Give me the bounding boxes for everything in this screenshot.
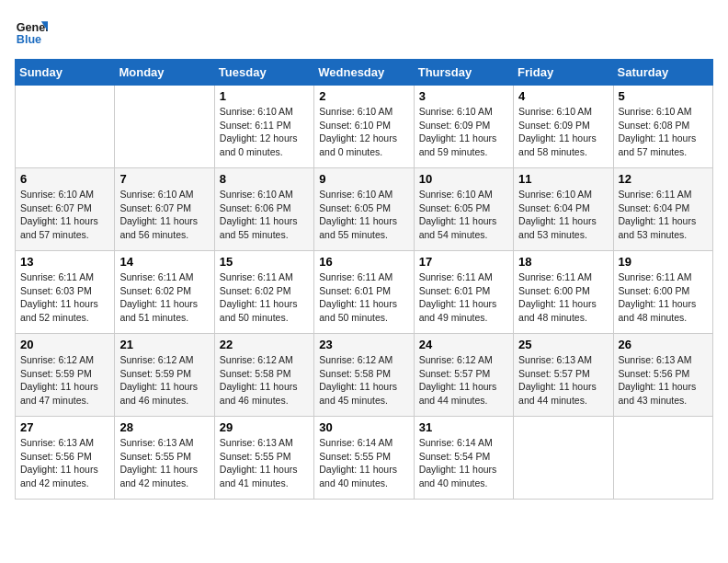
- day-header-saturday: Saturday: [613, 60, 712, 86]
- day-info: Sunrise: 6:11 AMSunset: 6:00 PMDaylight:…: [619, 270, 708, 325]
- logo-icon: General Blue: [15, 15, 48, 48]
- calendar-cell: 26Sunrise: 6:13 AMSunset: 5:56 PMDayligh…: [613, 334, 712, 417]
- day-number: 23: [319, 338, 408, 351]
- day-info: Sunrise: 6:11 AMSunset: 6:04 PMDaylight:…: [619, 188, 708, 242]
- day-number: 11: [518, 172, 608, 186]
- calendar-header-row: SundayMondayTuesdayWednesdayThursdayFrid…: [16, 60, 713, 86]
- day-number: 17: [419, 255, 508, 269]
- day-header-friday: Friday: [514, 60, 613, 86]
- calendar-cell: 17Sunrise: 6:11 AMSunset: 6:01 PMDayligh…: [414, 251, 513, 334]
- day-number: 10: [419, 172, 508, 186]
- day-header-thursday: Thursday: [414, 60, 513, 86]
- logo: General Blue: [15, 15, 48, 48]
- calendar-cell: [16, 86, 115, 168]
- calendar-cell: 5Sunrise: 6:10 AMSunset: 6:08 PMDaylight…: [613, 86, 712, 168]
- calendar-cell: 27Sunrise: 6:13 AMSunset: 5:56 PMDayligh…: [16, 417, 115, 500]
- calendar-cell: 6Sunrise: 6:10 AMSunset: 6:07 PMDaylight…: [16, 168, 115, 251]
- day-info: Sunrise: 6:11 AMSunset: 6:02 PMDaylight:…: [119, 270, 209, 325]
- day-info: Sunrise: 6:11 AMSunset: 6:03 PMDaylight:…: [20, 270, 109, 325]
- day-header-wednesday: Wednesday: [314, 60, 414, 86]
- day-number: 28: [119, 420, 209, 434]
- day-number: 24: [419, 338, 508, 351]
- day-number: 5: [619, 89, 708, 103]
- calendar-cell: 30Sunrise: 6:14 AMSunset: 5:55 PMDayligh…: [314, 417, 414, 500]
- day-info: Sunrise: 6:12 AMSunset: 5:58 PMDaylight:…: [220, 353, 309, 408]
- day-info: Sunrise: 6:10 AMSunset: 6:08 PMDaylight:…: [619, 105, 708, 159]
- day-number: 22: [220, 338, 309, 351]
- day-number: 20: [20, 338, 109, 351]
- calendar-cell: 20Sunrise: 6:12 AMSunset: 5:59 PMDayligh…: [16, 334, 115, 417]
- calendar-cell: 8Sunrise: 6:10 AMSunset: 6:06 PMDaylight…: [214, 168, 313, 251]
- day-header-tuesday: Tuesday: [214, 60, 313, 86]
- calendar-cell: 14Sunrise: 6:11 AMSunset: 6:02 PMDayligh…: [115, 251, 214, 334]
- calendar-cell: 31Sunrise: 6:14 AMSunset: 5:54 PMDayligh…: [414, 417, 513, 500]
- day-info: Sunrise: 6:13 AMSunset: 5:56 PMDaylight:…: [619, 353, 708, 408]
- calendar-cell: 21Sunrise: 6:12 AMSunset: 5:59 PMDayligh…: [115, 334, 214, 417]
- day-number: 27: [20, 420, 109, 434]
- day-number: 19: [619, 255, 708, 269]
- day-number: 14: [119, 255, 209, 269]
- calendar-cell: 25Sunrise: 6:13 AMSunset: 5:57 PMDayligh…: [514, 334, 613, 417]
- day-info: Sunrise: 6:11 AMSunset: 6:01 PMDaylight:…: [419, 270, 508, 325]
- calendar-cell: 28Sunrise: 6:13 AMSunset: 5:55 PMDayligh…: [115, 417, 214, 500]
- day-number: 4: [518, 89, 608, 103]
- calendar-cell: 2Sunrise: 6:10 AMSunset: 6:10 PMDaylight…: [314, 86, 414, 168]
- calendar-cell: 15Sunrise: 6:11 AMSunset: 6:02 PMDayligh…: [214, 251, 313, 334]
- day-number: 31: [419, 420, 508, 434]
- day-number: 15: [220, 255, 309, 269]
- day-info: Sunrise: 6:10 AMSunset: 6:05 PMDaylight:…: [419, 188, 508, 242]
- day-info: Sunrise: 6:10 AMSunset: 6:06 PMDaylight:…: [220, 188, 309, 242]
- day-number: 1: [220, 89, 309, 103]
- calendar-cell: 3Sunrise: 6:10 AMSunset: 6:09 PMDaylight…: [414, 86, 513, 168]
- calendar-week-1: 1Sunrise: 6:10 AMSunset: 6:11 PMDaylight…: [16, 86, 713, 168]
- calendar-cell: 13Sunrise: 6:11 AMSunset: 6:03 PMDayligh…: [16, 251, 115, 334]
- day-info: Sunrise: 6:13 AMSunset: 5:56 PMDaylight:…: [20, 436, 109, 490]
- calendar-week-5: 27Sunrise: 6:13 AMSunset: 5:56 PMDayligh…: [16, 417, 713, 500]
- day-number: 30: [319, 420, 408, 434]
- calendar-cell: 22Sunrise: 6:12 AMSunset: 5:58 PMDayligh…: [214, 334, 313, 417]
- calendar-cell: 16Sunrise: 6:11 AMSunset: 6:01 PMDayligh…: [314, 251, 414, 334]
- day-number: 16: [319, 255, 408, 269]
- day-number: 3: [419, 89, 508, 103]
- day-info: Sunrise: 6:10 AMSunset: 6:09 PMDaylight:…: [518, 105, 608, 159]
- calendar-cell: 19Sunrise: 6:11 AMSunset: 6:00 PMDayligh…: [613, 251, 712, 334]
- calendar-cell: [115, 86, 214, 168]
- calendar-week-2: 6Sunrise: 6:10 AMSunset: 6:07 PMDaylight…: [16, 168, 713, 251]
- calendar-cell: [514, 417, 613, 500]
- day-info: Sunrise: 6:14 AMSunset: 5:55 PMDaylight:…: [319, 436, 408, 490]
- day-info: Sunrise: 6:12 AMSunset: 5:59 PMDaylight:…: [119, 353, 209, 408]
- day-info: Sunrise: 6:10 AMSunset: 6:10 PMDaylight:…: [319, 105, 408, 159]
- day-info: Sunrise: 6:10 AMSunset: 6:05 PMDaylight:…: [319, 188, 408, 242]
- day-info: Sunrise: 6:13 AMSunset: 5:55 PMDaylight:…: [119, 436, 209, 490]
- day-info: Sunrise: 6:10 AMSunset: 6:11 PMDaylight:…: [220, 105, 309, 159]
- day-info: Sunrise: 6:12 AMSunset: 5:59 PMDaylight:…: [20, 353, 109, 408]
- calendar-cell: 9Sunrise: 6:10 AMSunset: 6:05 PMDaylight…: [314, 168, 414, 251]
- calendar-cell: [613, 417, 712, 500]
- day-number: 7: [119, 172, 209, 186]
- day-number: 2: [319, 89, 408, 103]
- day-header-sunday: Sunday: [16, 60, 115, 86]
- day-number: 8: [220, 172, 309, 186]
- page-header: General Blue: [15, 15, 713, 48]
- day-info: Sunrise: 6:12 AMSunset: 5:58 PMDaylight:…: [319, 353, 408, 408]
- calendar-cell: 29Sunrise: 6:13 AMSunset: 5:55 PMDayligh…: [214, 417, 313, 500]
- day-info: Sunrise: 6:10 AMSunset: 6:09 PMDaylight:…: [419, 105, 508, 159]
- calendar-cell: 7Sunrise: 6:10 AMSunset: 6:07 PMDaylight…: [115, 168, 214, 251]
- day-info: Sunrise: 6:13 AMSunset: 5:55 PMDaylight:…: [220, 436, 309, 490]
- day-info: Sunrise: 6:11 AMSunset: 6:01 PMDaylight:…: [319, 270, 408, 325]
- day-number: 29: [220, 420, 309, 434]
- calendar-table: SundayMondayTuesdayWednesdayThursdayFrid…: [15, 59, 713, 500]
- day-number: 18: [518, 255, 608, 269]
- calendar-week-3: 13Sunrise: 6:11 AMSunset: 6:03 PMDayligh…: [16, 251, 713, 334]
- calendar-cell: 23Sunrise: 6:12 AMSunset: 5:58 PMDayligh…: [314, 334, 414, 417]
- day-number: 13: [20, 255, 109, 269]
- day-header-monday: Monday: [115, 60, 214, 86]
- calendar-cell: 10Sunrise: 6:10 AMSunset: 6:05 PMDayligh…: [414, 168, 513, 251]
- day-info: Sunrise: 6:11 AMSunset: 6:00 PMDaylight:…: [518, 270, 608, 325]
- calendar-week-4: 20Sunrise: 6:12 AMSunset: 5:59 PMDayligh…: [16, 334, 713, 417]
- calendar-cell: 1Sunrise: 6:10 AMSunset: 6:11 PMDaylight…: [214, 86, 313, 168]
- svg-text:Blue: Blue: [17, 33, 41, 46]
- day-info: Sunrise: 6:14 AMSunset: 5:54 PMDaylight:…: [419, 436, 508, 490]
- day-number: 25: [518, 338, 608, 351]
- day-number: 6: [20, 172, 109, 186]
